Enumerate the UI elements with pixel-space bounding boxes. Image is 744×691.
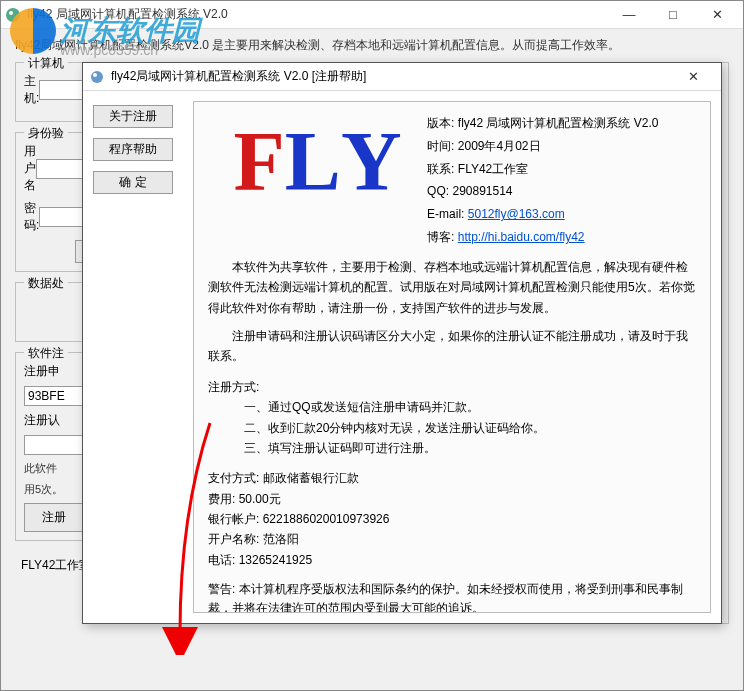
email-link[interactable]: 5012fly@163.com bbox=[468, 207, 565, 221]
minimize-button[interactable]: — bbox=[607, 2, 651, 28]
contact-value: FLY42工作室 bbox=[458, 162, 528, 176]
data-legend: 数据处 bbox=[24, 275, 68, 292]
reg-step3: 三、填写注册认证码即可进行注册。 bbox=[208, 438, 696, 458]
email-label: E-mail: bbox=[427, 207, 464, 221]
reg-auth-label: 注册认 bbox=[24, 412, 68, 429]
fly-logo: FLY bbox=[208, 112, 427, 212]
dialog-content: FLY 版本: fly42 局域网计算机配置检测系统 V2.0 时间: 2009… bbox=[193, 101, 711, 613]
register-legend: 软件注 bbox=[24, 345, 68, 362]
blog-link[interactable]: http://hi.baidu.com/fly42 bbox=[458, 230, 585, 244]
dialog-icon bbox=[89, 69, 105, 85]
register-button[interactable]: 注册 bbox=[24, 503, 84, 532]
version-value: fly42 局域网计算机配置检测系统 V2.0 bbox=[458, 116, 659, 130]
pay-method: 支付方式: 邮政储蓄银行汇款 bbox=[208, 468, 696, 488]
program-help-button[interactable]: 程序帮助 bbox=[93, 138, 173, 161]
reg-apply-label: 注册申 bbox=[24, 363, 68, 380]
version-label: 版本: bbox=[427, 116, 454, 130]
pass-label: 密码: bbox=[24, 200, 39, 234]
phone: 电话: 13265241925 bbox=[208, 550, 696, 570]
bank-acct: 银行帐户: 6221886020010973926 bbox=[208, 509, 696, 529]
svg-point-3 bbox=[93, 73, 97, 77]
reg-step1: 一、通过QQ或发送短信注册申请码并汇款。 bbox=[208, 397, 696, 417]
date-value: 2009年4月02日 bbox=[458, 139, 541, 153]
date-label: 时间: bbox=[427, 139, 454, 153]
dialog-title: fly42局域网计算机配置检测系统 V2.0 [注册帮助] bbox=[111, 68, 671, 85]
acct-name: 开户名称: 范洛阳 bbox=[208, 529, 696, 549]
register-help-dialog: fly42局域网计算机配置检测系统 V2.0 [注册帮助] ✕ 关于注册 程序帮… bbox=[82, 62, 722, 624]
dialog-close-button[interactable]: ✕ bbox=[671, 64, 715, 90]
reg-method-title: 注册方式: bbox=[208, 377, 696, 397]
reg-step2: 二、收到汇款20分钟内核对无误，发送注册认证码给你。 bbox=[208, 418, 696, 438]
desc1: 本软件为共享软件，主要用于检测、存档本地或远端计算机配置信息，解决现有硬件检测软… bbox=[208, 257, 696, 318]
user-label: 用户名 bbox=[24, 143, 36, 194]
watermark-text: 河东软件园 bbox=[60, 12, 200, 50]
dialog-titlebar: fly42局域网计算机配置检测系统 V2.0 [注册帮助] ✕ bbox=[83, 63, 721, 91]
blog-label: 博客: bbox=[427, 230, 454, 244]
warning: 警告: 本计算机程序受版权法和国际条约的保护。如未经授权而使用，将受到刑事和民事… bbox=[208, 580, 696, 613]
watermark: 河东软件园 bbox=[10, 8, 200, 54]
host-label: 主机: bbox=[24, 73, 39, 107]
svg-point-2 bbox=[91, 71, 103, 83]
qq-label: QQ: bbox=[427, 184, 449, 198]
identity-legend: 身份验 bbox=[24, 125, 68, 142]
watermark-logo-icon bbox=[10, 8, 56, 54]
contact-label: 联系: bbox=[427, 162, 454, 176]
dialog-ok-button[interactable]: 确 定 bbox=[93, 171, 173, 194]
desc2: 注册申请码和注册认识码请区分大小定，如果你的注册认证不能注册成功，请及时于我联系… bbox=[208, 326, 696, 367]
info-block: 版本: fly42 局域网计算机配置检测系统 V2.0 时间: 2009年4月0… bbox=[427, 112, 696, 249]
about-register-button[interactable]: 关于注册 bbox=[93, 105, 173, 128]
maximize-button[interactable]: □ bbox=[651, 2, 695, 28]
fee: 费用: 50.00元 bbox=[208, 489, 696, 509]
close-button[interactable]: ✕ bbox=[695, 2, 739, 28]
qq-value: 290891514 bbox=[452, 184, 512, 198]
